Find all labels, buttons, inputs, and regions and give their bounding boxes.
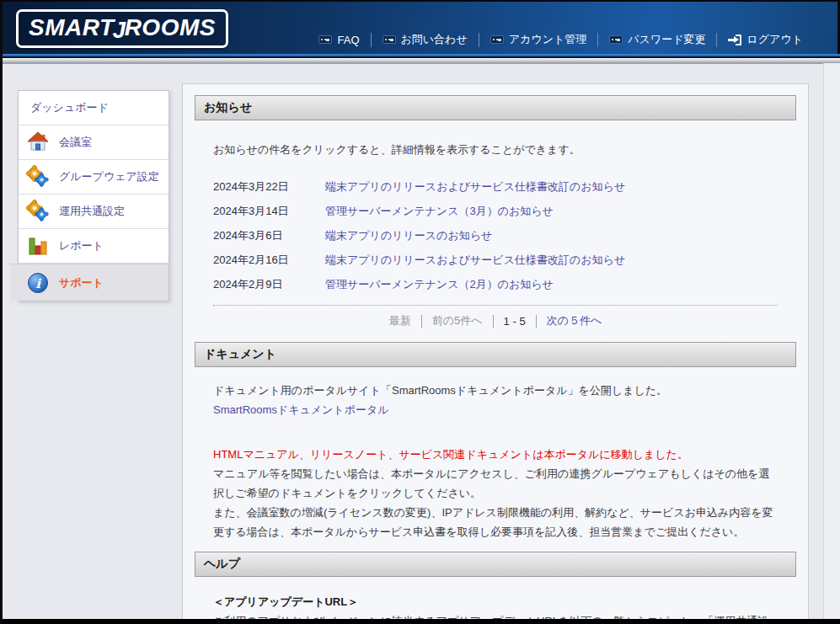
announcement-link[interactable]: 端末アプリのリリースのお知らせ	[325, 228, 492, 243]
scrollbar-gutter[interactable]	[823, 63, 840, 624]
sidebar-menu: ダッシュボード 会議室	[18, 90, 169, 301]
documents-header: ドキュメント	[195, 342, 796, 367]
announcement-row: 2024年3月22日 端末アプリのリリースおよびサービス仕様書改訂のお知らせ	[213, 174, 778, 199]
announcement-link[interactable]: 管理サーバーメンテナンス（3月）のお知らせ	[325, 204, 554, 219]
announcement-date: 2024年3月6日	[213, 228, 325, 243]
announcement-row: 2024年3月14日 管理サーバーメンテナンス（3月）のお知らせ	[213, 199, 778, 223]
documents-body: ドキュメント用のポータルサイト「SmartRoomsドキュメントポータル」を公開…	[195, 381, 796, 541]
pagination-next[interactable]: 次の５件へ	[547, 313, 602, 328]
nav-label-faq: FAQ	[337, 34, 359, 46]
announcements-intro: お知らせの件名をクリックすると、詳細情報を表示することができます。	[213, 142, 778, 157]
bottom-border	[3, 619, 840, 624]
announcement-link[interactable]: 端末アプリのリリースおよびサービス仕様書改訂のお知らせ	[325, 179, 625, 195]
documents-title: ドキュメント	[204, 347, 276, 362]
announcement-row: 2024年3月6日 端末アプリのリリースのお知らせ	[213, 223, 778, 248]
nav-item-password[interactable]: パスワード変更	[598, 32, 716, 47]
announcement-date: 2024年3月14日	[213, 204, 325, 219]
announcement-row: 2024年2月9日 管理サーバーメンテナンス（2月）のお知らせ	[213, 272, 778, 296]
logo-text-left: SMART	[29, 14, 115, 40]
documents-para1: マニュアル等を閲覧したい場合は、本ポータルにアクセスし、ご利用の連携グループウェ…	[213, 464, 778, 503]
pagination-range: 1 - 5	[504, 315, 526, 328]
nav-label-password: パスワード変更	[628, 32, 705, 47]
help-subtitle: ＜アプリアップデートURL＞	[213, 592, 778, 611]
sidebar-item-report[interactable]: レポート	[19, 229, 169, 264]
announcement-date: 2024年3月22日	[213, 179, 325, 195]
nav-item-faq[interactable]: FAQ	[308, 34, 370, 46]
announcement-date: 2024年2月16日	[213, 253, 325, 268]
bar-chart-icon	[25, 233, 51, 259]
document-portal-link[interactable]: SmartRoomsドキュメントポータル	[213, 403, 389, 416]
documents-notice-red: HTMLマニュアル、リリースノート、サービス関連ドキュメントは本ポータルに移動し…	[213, 445, 778, 464]
nav-label-contact: お問い合わせ	[401, 32, 468, 47]
logo-text: SMARTJROOMS	[29, 14, 216, 40]
announcements-body: お知らせの件名をクリックすると、詳細情報を表示することができます。 2024年3…	[195, 142, 796, 330]
sidebar-label-groupware-settings: グループウェア設定	[59, 169, 159, 184]
sidebar-item-operation-settings[interactable]: 運用共通設定	[19, 195, 169, 229]
logo-text-right: ROOMS	[125, 14, 216, 40]
documents-para2: また、会議室数の増減(ライセンス数の変更)、IPアドレス制限機能の利用、解約など…	[213, 503, 778, 541]
sidebar-item-meeting-room[interactable]: 会議室	[19, 125, 169, 160]
nav-item-account[interactable]: アカウント管理	[479, 32, 598, 47]
announcement-row: 2024年2月16日 端末アプリのリリースおよびサービス仕様書改訂のお知らせ	[213, 248, 778, 272]
pagination-prev[interactable]: 前の5件へ	[432, 313, 483, 328]
sidebar-label-meeting-room: 会議室	[59, 135, 92, 150]
nav-label-account: アカウント管理	[509, 32, 587, 47]
list-divider	[213, 305, 778, 306]
documents-line1: ドキュメント用のポータルサイト「SmartRoomsドキュメントポータル」を公開…	[213, 381, 778, 400]
pagination-separator	[536, 315, 537, 328]
pagination: 最新 前の5件へ 1 - 5 次の５件へ	[213, 312, 778, 330]
link-bullet-icon	[318, 35, 332, 44]
link-bullet-icon	[609, 35, 623, 44]
page-frame: SMARTJROOMS FAQ お問い合わせ アカウント管理 パスワード変更	[0, 0, 840, 624]
smartrooms-logo: SMARTJROOMS	[16, 9, 228, 48]
sidebar-item-groupware-settings[interactable]: グループウェア設定	[19, 160, 169, 195]
help-title: ヘルプ	[204, 557, 240, 572]
announcement-link[interactable]: 管理サーバーメンテナンス（2月）のお知らせ	[325, 277, 554, 292]
gears-icon	[25, 199, 51, 224]
announcements-header: お知らせ	[195, 95, 796, 120]
gears-icon	[25, 164, 51, 189]
header-divider	[3, 54, 840, 64]
logo-text-j: J	[113, 17, 126, 44]
announcements-list: 2024年3月22日 端末アプリのリリースおよびサービス仕様書改訂のお知らせ 2…	[213, 174, 778, 296]
link-bullet-icon	[490, 35, 504, 44]
sidebar-label-report: レポート	[59, 238, 104, 253]
nav-item-logout[interactable]: ログアウト	[717, 32, 814, 47]
info-icon: i	[25, 270, 51, 296]
help-header: ヘルプ	[195, 552, 796, 577]
top-nav: FAQ お問い合わせ アカウント管理 パスワード変更 ログアウト	[308, 32, 814, 47]
announcements-title: お知らせ	[204, 100, 252, 115]
link-bullet-icon	[383, 35, 396, 44]
announcement-link[interactable]: 端末アプリのリリースおよびサービス仕様書改訂のお知らせ	[325, 253, 625, 268]
pagination-separator	[493, 315, 494, 328]
sidebar-item-support[interactable]: i サポート	[10, 264, 169, 301]
pagination-separator	[421, 315, 422, 328]
sidebar-label-support: サポート	[59, 275, 104, 291]
announcement-date: 2024年2月9日	[213, 277, 325, 292]
sidebar-item-dashboard[interactable]: ダッシュボード	[19, 91, 169, 125]
sidebar-label-dashboard: ダッシュボード	[30, 100, 109, 115]
sidebar-label-operation-settings: 運用共通設定	[59, 204, 125, 219]
home-icon	[25, 130, 51, 155]
logout-icon	[728, 35, 741, 45]
nav-label-logout: ログアウト	[746, 32, 803, 47]
app-header: SMARTJROOMS FAQ お問い合わせ アカウント管理 パスワード変更	[3, 2, 840, 54]
nav-item-contact[interactable]: お問い合わせ	[372, 32, 479, 47]
main-content: お知らせ お知らせの件名をクリックすると、詳細情報を表示することができます。 2…	[182, 83, 809, 624]
pagination-latest[interactable]: 最新	[389, 313, 411, 328]
